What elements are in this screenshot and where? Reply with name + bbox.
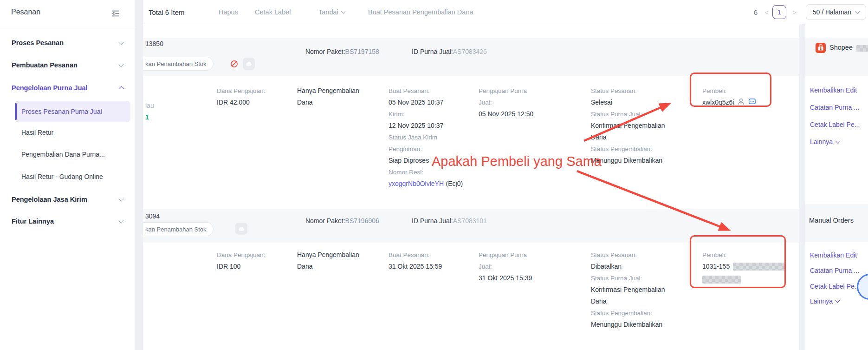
mark-dropdown-button[interactable]: Tandai: [318, 0, 345, 24]
chevron-down-icon: [836, 139, 840, 144]
page-size-select[interactable]: 50 / Halaman: [806, 4, 866, 20]
pengajuan-label: Pengajuan Purna Jual:: [479, 249, 534, 272]
sidebar-item-pengelolaan-purna-jual[interactable]: Pengelolaan Purna Jual: [12, 84, 123, 92]
package-number-field: Nomor Paket:BS7197158: [305, 48, 379, 55]
pengajuan-label: Pengajuan Purna Jual:: [479, 85, 534, 108]
nomor-resi-line: yxogqrNb0OlvleYH (Ecj0): [389, 178, 463, 190]
status-jasa-kirim-label: Status Jasa Kirim Pengiriman:: [389, 132, 447, 155]
status-cell: Status Pesanan: Selesai Status Purna Jua…: [591, 76, 681, 166]
table-panel-gutter: [799, 24, 805, 350]
status-cell: Status Pesanan: Dibatalkan Status Purna …: [591, 243, 681, 330]
buat-pesanan-value: 31 Okt 2025 15:59: [389, 261, 442, 272]
product-qty: 1: [145, 112, 154, 123]
svg-text:S: S: [820, 47, 822, 50]
package-number-label: Nomor Paket:: [305, 217, 345, 225]
catatan-purna-link[interactable]: Catatan Purna ...: [810, 267, 859, 274]
jenis-value: Hanya Pengembalian Dana: [297, 85, 374, 108]
buat-pesanan-label: Buat Pesanan:: [389, 85, 463, 97]
create-refund-order-button[interactable]: Buat Pesanan Pengembalian Dana: [368, 0, 473, 24]
pembeli-value-fragment: 1031-155: [702, 261, 730, 272]
redacted-buyer-name: [733, 263, 785, 271]
catatan-purna-link[interactable]: Catatan Purna ...: [810, 104, 859, 111]
tanggal-cell: Buat Pesanan: 05 Nov 2025 10:37 Kirim: 1…: [389, 76, 463, 190]
chevron-down-icon: [118, 196, 123, 201]
status-pengembalian-label: Status Pengembalian:: [591, 143, 681, 155]
nomor-resi-label: Nomor Resi:: [389, 166, 463, 178]
buyer-profile-icon[interactable]: [737, 98, 745, 107]
sidebar-item-proses-pesanan[interactable]: Proses Pesanan: [12, 39, 123, 47]
pembeli-label: Pembeli:: [702, 85, 756, 97]
sidebar-content-gutter: [135, 0, 143, 350]
sidebar-item-pengelolaan-jasa-kirim[interactable]: Pengelolaan Jasa Kirim: [12, 195, 123, 204]
dana-pengajuan-cell: Dana Pengajuan: IDR 100: [217, 243, 265, 272]
pengajuan-value: 31 Okt 2025 15:39: [479, 272, 534, 284]
kirim-value: 12 Nov 2025 10:37: [389, 120, 463, 132]
pagination-current-page[interactable]: 1: [772, 5, 786, 19]
restock-tag-label: kan Penambahan Stok: [145, 60, 207, 67]
pagination-prev-button[interactable]: <: [764, 0, 769, 24]
restock-tag-label: kan Penambahan Stok: [145, 226, 207, 233]
pengajuan-cell: Pengajuan Purna Jual: 05 Nov 2025 12:50: [479, 76, 534, 120]
status-pesanan-label: Status Pesanan:: [591, 249, 681, 261]
sidebar-collapse-icon[interactable]: [111, 9, 120, 18]
delete-button[interactable]: Hapus: [219, 0, 238, 24]
pagination-next-button[interactable]: >: [792, 0, 797, 24]
product-name-fragment: lau: [145, 100, 154, 112]
sidebar-item-pembuatan-pesanan[interactable]: Pembuatan Pesanan: [12, 61, 123, 69]
sidebar-item-hasil-retur-gudang-online[interactable]: Hasil Retur - Gudang Online: [21, 173, 123, 181]
jenis-cell: Hanya Pengembalian Dana: [297, 243, 374, 272]
chat-icon[interactable]: [748, 98, 756, 107]
lainnya-dropdown[interactable]: Lainnya: [810, 297, 839, 305]
status-purna-label: Status Purna Jual:: [591, 108, 681, 120]
cloud-sync-icon[interactable]: [243, 58, 255, 70]
pembeli-value: xwlx0q5z6i: [702, 97, 734, 108]
aftersale-id-field: ID Purna Jual:AS7083426: [412, 48, 487, 55]
status-jasa-kirim-value: Siap Diproses: [389, 155, 463, 166]
store-name: Shopee: [829, 44, 853, 51]
aftersale-id-label: ID Purna Jual:: [412, 48, 453, 55]
order-row-body: lau 1 Dana Pengajuan: IDR 42.000 Hanya P…: [143, 76, 799, 205]
lainnya-dropdown[interactable]: Lainnya: [810, 138, 839, 145]
pembeli-label: Pembeli:: [702, 249, 785, 261]
tracking-number-link[interactable]: yxogqrNb0OlvleYH: [389, 180, 444, 187]
store-block: Manual Orders: [805, 204, 868, 242]
pembeli-line: xwlx0q5z6i: [702, 97, 756, 108]
kembalikan-edit-link[interactable]: Kembalikan Edit: [810, 86, 857, 94]
cloud-sync-icon[interactable]: [235, 223, 247, 235]
package-number-value: BS7196906: [345, 217, 379, 225]
aftersale-id-value: AS7083426: [453, 48, 487, 55]
sidebar-item-proses-pesanan-purna-jual[interactable]: Proses Pesanan Purna Jual: [15, 101, 130, 122]
pagination-total: 6: [754, 0, 758, 24]
status-purna-value: Konfirmasi Pengembalian Dana: [591, 284, 681, 307]
kembalikan-edit-link[interactable]: Kembalikan Edit: [810, 251, 857, 259]
divider: [0, 28, 135, 28]
dana-pengajuan-label: Dana Pengajuan:: [217, 249, 265, 261]
aftersale-id-value: AS7083101: [453, 217, 487, 225]
redacted-buyer-name: [702, 276, 741, 284]
cetak-label-link[interactable]: Cetak Label Pe...: [810, 283, 860, 290]
dana-pengajuan-value: IDR 100: [217, 261, 265, 272]
order-number-fragment: 3094: [145, 212, 160, 220]
print-label-button[interactable]: Cetak Label: [255, 0, 291, 24]
sidebar-item-label: Proses Pesanan Purna Jual: [21, 108, 102, 115]
status-pengembalian-value: Menunggu Dikembalikan: [591, 155, 681, 166]
sidebar-item-label: Hasil Retur - Gudang Online: [21, 173, 103, 180]
dana-pengajuan-label: Dana Pengajuan:: [217, 85, 265, 97]
store-name: Manual Orders: [809, 217, 854, 224]
cetak-label-link[interactable]: Cetak Label Pe...: [810, 121, 860, 128]
order-row-body: Dana Pengajuan: IDR 100 Hanya Pengembali…: [143, 243, 799, 333]
total-items-label: Total 6 Item: [149, 0, 185, 24]
tanggal-cell: Buat Pesanan: 31 Okt 2025 15:59: [389, 243, 442, 272]
sidebar-item-label: Hasil Retur: [21, 129, 53, 136]
store-block: S Shopee: [805, 38, 868, 76]
chevron-down-icon: [341, 9, 345, 14]
package-number-value: BS7197158: [345, 48, 379, 55]
aftersale-id-label: ID Purna Jual:: [412, 217, 453, 225]
redacted-store-name: [856, 45, 868, 52]
chevron-down-icon: [118, 218, 123, 223]
sidebar-item-fitur-lainnya[interactable]: Fitur Lainnya: [12, 217, 123, 225]
aftersale-id-field: ID Purna Jual:AS7083101: [412, 217, 487, 225]
restock-tag: kan Penambahan Stok: [143, 57, 214, 71]
sidebar-item-pengembalian-dana-purna[interactable]: Pengembalian Dana Purna...: [21, 151, 123, 159]
sidebar-item-hasil-retur[interactable]: Hasil Retur: [21, 129, 123, 137]
